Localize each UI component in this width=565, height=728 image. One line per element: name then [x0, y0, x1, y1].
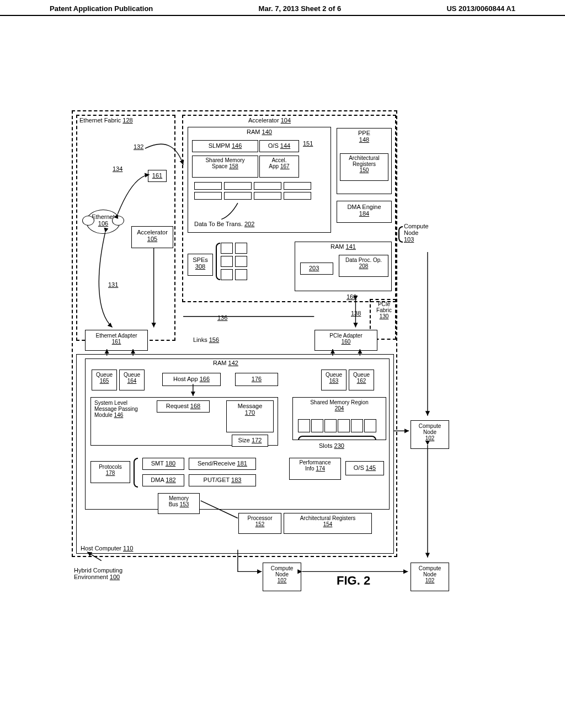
cn103-brace	[398, 226, 403, 243]
ref-138: 138	[351, 310, 361, 317]
slmpm-146: SLMPM 146	[192, 140, 258, 152]
header-center: Mar. 7, 2013 Sheet 2 of 6	[259, 4, 342, 13]
compute-node-103: Compute Node 103	[404, 223, 429, 243]
eth-adapter-161: Ethernet Adapter 161	[85, 330, 148, 351]
queue-163: Queue163	[321, 370, 347, 390]
hatch-1	[194, 182, 222, 190]
spe-1	[221, 243, 233, 254]
accelerator-104-label: Accelerator 104	[248, 117, 291, 124]
processor-152: Processor152	[238, 513, 281, 534]
shared-mem-158: Shared Memory Space 158	[192, 156, 258, 178]
accelerator-105: Accelerator 105	[131, 226, 173, 248]
protocols-178: Protocols178	[90, 461, 130, 483]
ref-161-small: 161	[148, 170, 167, 182]
diagram: Ethernet Fabric 128 Ethernet 106 132 134…	[72, 110, 491, 590]
slots-label: Slots 230	[319, 442, 344, 449]
host-computer-label: Host Computer 110	[81, 545, 133, 552]
message-170: Message170	[226, 400, 274, 432]
ref-176: 176	[235, 373, 278, 386]
request-168: Request 168	[157, 400, 210, 413]
ref-132: 132	[134, 143, 143, 150]
perf-info-174: Performance Info 174	[289, 458, 341, 480]
hybrid-env-label: Hybrid Computing Environment 100	[74, 567, 122, 580]
smt-180: SMT 180	[142, 458, 184, 470]
header-left: Patent Application Publication	[50, 4, 153, 13]
header-right: US 2013/0060844 A1	[446, 4, 515, 13]
page-root: Patent Application Publication Mar. 7, 2…	[0, 0, 565, 728]
pcie-adapter-160: PCIe Adapter 160	[315, 330, 377, 351]
slot-3	[194, 192, 222, 200]
figure-label: FIG. 2	[337, 574, 370, 588]
os-145: O/S 145	[345, 461, 384, 475]
queue-162: Queue162	[349, 370, 374, 390]
hatch-2	[254, 182, 281, 190]
dma-182: DMA 182	[142, 474, 184, 486]
data-proc-op-208: Data Proc. Op. 208	[339, 255, 388, 277]
data-trans: Data To Be Trans. 202	[194, 221, 254, 227]
slot-2	[284, 182, 311, 190]
slot-1	[224, 182, 252, 190]
slot-d	[338, 419, 350, 432]
ram-142-label: RAM 142	[213, 360, 238, 366]
ref-136: 136	[217, 314, 227, 321]
send-recv-181: Send/Receive 181	[189, 458, 256, 470]
protocols-brace	[134, 458, 138, 488]
queue-165: Queue165	[92, 370, 117, 390]
page-header: Patent Application Publication Mar. 7, 2…	[0, 0, 565, 16]
ref-131: 131	[108, 281, 118, 288]
slot-f	[364, 419, 376, 432]
memory-bus-153: Memory Bus 153	[158, 493, 200, 514]
spes-brace	[216, 243, 220, 280]
size-172: Size 172	[232, 435, 268, 447]
spe-6	[235, 269, 247, 280]
ethernet-cloud: Ethernet 106	[86, 210, 120, 234]
slot-a	[298, 419, 310, 432]
spe-3	[221, 256, 233, 267]
hatch-4	[284, 192, 311, 200]
accel-app-167: Accel. App 167	[259, 156, 299, 178]
ref-160-top: 160	[347, 293, 356, 300]
ref-134: 134	[113, 165, 122, 172]
ethernet-fabric-label: Ethernet Fabric 128	[79, 117, 133, 124]
dma-engine-184: DMA Engine 184	[337, 201, 392, 223]
arch-reg-154: Architectural Registers154	[284, 513, 372, 534]
put-get-183: PUT/GET 183	[189, 474, 256, 486]
hatch-3	[224, 192, 252, 200]
spe-2	[235, 243, 247, 254]
ref-203: 203	[309, 265, 319, 271]
slot-c	[324, 419, 337, 432]
os-144: O/S 144	[259, 140, 299, 152]
host-app-166: Host App 166	[162, 373, 221, 386]
slot-b	[311, 419, 323, 432]
compute-node-102-c: Compute Node 102	[411, 563, 449, 591]
ref-151: 151	[303, 140, 313, 147]
slots-brace	[298, 436, 376, 440]
spe-5	[221, 269, 233, 280]
spes-308: SPEs 308	[188, 254, 213, 276]
slot-e	[351, 419, 363, 432]
arch-reg-150: Architectural Registers 150	[340, 153, 388, 181]
shared-mem-region-204: Shared Memory Region 204	[292, 397, 386, 440]
spe-4	[235, 256, 247, 267]
compute-node-102-a: Compute Node 102	[411, 420, 449, 449]
pcie-fabric-label: PCIe Fabric 130	[373, 301, 395, 319]
slot-4	[254, 192, 281, 200]
links-156: Links 156	[193, 336, 219, 343]
compute-node-102-b: Compute Node 102	[263, 563, 301, 591]
queue-164: Queue164	[119, 370, 145, 390]
